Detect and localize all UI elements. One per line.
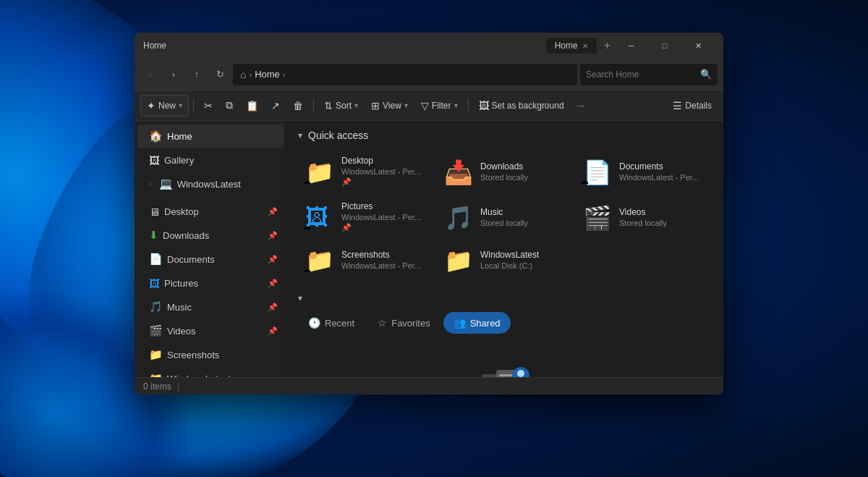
minimize-button[interactable]: ─ [615, 33, 648, 59]
windowslatest-icon: 💻 [159, 177, 173, 190]
qa-windowslatest-info: WindowsLatest Local Disk (C:) [480, 250, 539, 270]
downloads-pin-icon: 📌 [268, 231, 278, 240]
documents-folder-icon: 📄 [149, 253, 163, 266]
sidebar-item-music[interactable]: 🎵 Music 📌 [137, 295, 284, 318]
qa-item-pictures[interactable]: 🖼 ☁ Pictures WindowsLatest - Per... 📌 [298, 195, 434, 238]
status-separator: | [177, 381, 179, 392]
qa-pictures-cloud-icon: ☁ [302, 221, 311, 232]
tab-recent[interactable]: 🕐 Recent [298, 312, 365, 334]
sort-button[interactable]: ⇅ Sort ▾ [318, 95, 364, 117]
back-icon: ‹ [149, 69, 152, 80]
delete-button[interactable]: 🗑 [287, 95, 309, 117]
cut-icon: ✂ [204, 100, 213, 111]
content-panel: ▾ Quick access 📁 ☁ Desktop WindowsLatest… [286, 121, 723, 377]
qa-windowslatest-sub: Local Disk (C:) [480, 261, 539, 270]
path-label: Home [255, 69, 280, 80]
new-tab-button[interactable]: + [600, 39, 615, 52]
sidebar-label-windowslatest: WindowsLatest [177, 179, 241, 190]
qa-downloads-info: Downloads Stored locally [480, 161, 528, 182]
qa-music-icon-wrap: 🎵 [444, 204, 473, 230]
shared-icon: 👥 [454, 317, 466, 329]
sidebar-item-videos[interactable]: 🎬 Videos 📌 [137, 319, 284, 342]
qa-windowslatest-icon-wrap: 📁 [444, 247, 473, 273]
view-dropdown-icon: ▾ [404, 101, 408, 109]
desktop-folder-icon: 🖥 [149, 206, 160, 218]
tab-shared[interactable]: 👥 Shared [443, 312, 511, 334]
copy-button[interactable]: ⧉ [220, 95, 239, 117]
sidebar-label-screenshots: Screenshots [167, 350, 219, 360]
more-icon: ··· [577, 101, 584, 111]
background-label: Set as background [492, 101, 564, 111]
qa-item-desktop[interactable]: 📁 ☁ Desktop WindowsLatest - Per... 📌 [298, 150, 434, 193]
new-dropdown-icon: ▾ [179, 101, 182, 109]
details-icon: ☰ [673, 100, 682, 111]
address-path[interactable]: ⌂ › Home › [233, 64, 577, 85]
view-button[interactable]: ⊞ View ▾ [365, 95, 414, 117]
forward-button[interactable]: › [163, 64, 184, 85]
quick-access-collapse-icon[interactable]: ▾ [298, 130, 302, 140]
active-tab[interactable]: Home ✕ [546, 38, 597, 54]
search-input[interactable] [586, 69, 696, 80]
sidebar-item-gallery[interactable]: 🖼 Gallery [137, 148, 284, 172]
empty-state: No shared files yet When a file is share… [298, 345, 712, 377]
qa-desktop-icon-wrap: 📁 ☁ [305, 159, 334, 185]
sidebar-item-windowslatest[interactable]: › 💻 WindowsLatest [137, 172, 284, 195]
up-button[interactable]: ↑ [187, 64, 207, 85]
tab-label: Home [555, 41, 578, 51]
qa-videos-sub: Stored locally [619, 219, 667, 227]
qa-screenshots-cloud-icon: ☁ [302, 264, 311, 274]
filter-button[interactable]: ▽ Filter ▾ [415, 95, 464, 117]
new-button[interactable]: ✦ New ▾ [140, 95, 189, 117]
title-bar: Home Home ✕ + ─ □ ✕ [135, 33, 723, 59]
tab-close-button[interactable]: ✕ [582, 42, 588, 50]
cut-button[interactable]: ✂ [198, 95, 218, 117]
path-separator-2: › [283, 70, 286, 79]
search-box[interactable]: 🔍 [580, 64, 718, 85]
tab-bar: Home ✕ + [546, 38, 615, 54]
filter-icon: ▽ [421, 100, 429, 111]
qa-windowslatest-name: WindowsLatest [480, 250, 539, 260]
favorites-icon: ☆ [378, 317, 387, 329]
qa-item-screenshots[interactable]: 📁 ☁ Screenshots WindowsLatest - Per... [298, 241, 434, 279]
gallery-icon: 🖼 [149, 154, 160, 166]
qa-pictures-icon-wrap: 🖼 ☁ [305, 204, 334, 230]
sidebar-item-home[interactable]: 🏠 Home [137, 124, 284, 148]
qa-pictures-sub: WindowsLatest - Per... [341, 213, 421, 221]
details-button[interactable]: ☰ Details [667, 95, 718, 117]
paste-icon: 📋 [246, 100, 258, 111]
qa-item-downloads[interactable]: 📥 Downloads Stored locally [437, 150, 573, 193]
tab-favorites-label: Favorites [391, 318, 430, 329]
qa-item-windowslatest[interactable]: 📁 WindowsLatest Local Disk (C:) [437, 241, 573, 279]
more-options-button[interactable]: ··· [571, 95, 590, 117]
toolbar-separator-3 [468, 98, 469, 113]
sidebar-item-windowslatest2[interactable]: 📁 WindowsLatest [137, 367, 284, 377]
music-pin-icon: 📌 [268, 303, 278, 312]
tab-favorites[interactable]: ☆ Favorites [367, 312, 440, 334]
close-button[interactable]: ✕ [681, 33, 715, 59]
qa-documents-cloud-icon: ☁ [580, 176, 589, 186]
sidebar-item-desktop[interactable]: 🖥 Desktop 📌 [137, 200, 284, 223]
maximize-button[interactable]: □ [648, 33, 681, 59]
qa-videos-info: Videos Stored locally [619, 207, 667, 227]
set-background-button[interactable]: 🖼 Set as background [473, 95, 570, 117]
share-button[interactable]: ↗ [265, 95, 286, 117]
shared-section-collapse-icon[interactable]: ▾ [298, 293, 302, 303]
sidebar-item-pictures[interactable]: 🖼 Pictures 📌 [137, 271, 284, 295]
paste-button[interactable]: 📋 [240, 95, 264, 117]
sidebar-item-downloads[interactable]: ⬇ Downloads 📌 [137, 224, 284, 247]
qa-desktop-cloud-icon: ☁ [302, 176, 311, 186]
qa-item-documents[interactable]: 📄 ☁ Documents WindowsLatest - Per... [576, 150, 712, 193]
recent-icon: 🕐 [308, 317, 320, 329]
qa-item-music[interactable]: 🎵 Music Stored locally [437, 195, 573, 238]
pictures-folder-icon: 🖼 [149, 277, 160, 290]
sidebar-item-screenshots[interactable]: 📁 Screenshots [137, 343, 284, 366]
back-button[interactable]: ‹ [140, 64, 161, 85]
qa-documents-icon-wrap: 📄 ☁ [583, 159, 612, 185]
sidebar-item-documents[interactable]: 📄 Documents 📌 [137, 248, 284, 271]
qa-item-videos[interactable]: 🎬 Videos Stored locally [576, 195, 712, 238]
qa-videos-name: Videos [619, 207, 667, 217]
qa-screenshots-info: Screenshots WindowsLatest - Per... [341, 250, 421, 270]
qa-pictures-info: Pictures WindowsLatest - Per... 📌 [341, 201, 421, 232]
filter-label: Filter [432, 101, 451, 111]
refresh-button[interactable]: ↻ [210, 64, 230, 85]
